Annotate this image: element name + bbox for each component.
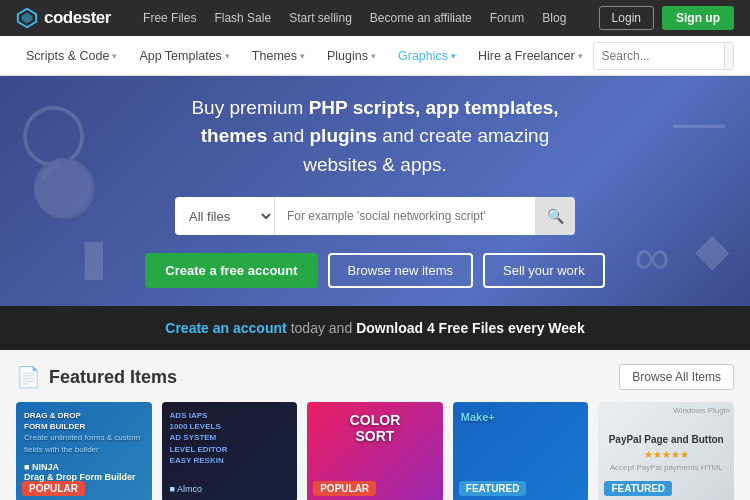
nav-themes[interactable]: Themes ▾ bbox=[242, 36, 315, 76]
featured-header: 📄 Featured Items Browse All Items bbox=[16, 364, 734, 390]
logo[interactable]: codester bbox=[16, 7, 111, 29]
featured-grid: DRAG & DROPFORM BUILDERCreate unlimited … bbox=[16, 402, 734, 500]
card-1-brand: ■ NINJADrag & Drop Form Builder bbox=[24, 462, 136, 482]
sec-nav-links: Scripts & Code ▾ App Templates ▾ Themes … bbox=[16, 36, 593, 76]
hero-search-button[interactable]: 🔍 bbox=[535, 197, 575, 235]
search-button[interactable]: 🔍 bbox=[724, 42, 734, 70]
hero-buttons: Create a free account Browse new items S… bbox=[145, 253, 604, 288]
featured-card-2[interactable]: ADS IAPS1000 LEVELSAD SYSTEMLEVEL EDITOR… bbox=[162, 402, 298, 500]
sell-work-button[interactable]: Sell your work bbox=[483, 253, 605, 288]
hero-section: ◯ ⚪ ⸻ ▮ ∞ ◆ Buy premium PHP scripts, app… bbox=[0, 76, 750, 306]
featured-badge-4: FEATURED bbox=[459, 481, 527, 496]
featured-section: 📄 Featured Items Browse All Items DRAG &… bbox=[0, 350, 750, 500]
file-type-select[interactable]: All files bbox=[175, 197, 275, 235]
search-input[interactable] bbox=[594, 49, 724, 63]
nav-hire-freelancer[interactable]: Hire a Freelancer ▾ bbox=[468, 36, 593, 76]
search-bar: 🔍 bbox=[593, 42, 734, 70]
cta-bold-text: Download 4 Free Files every Week bbox=[356, 320, 585, 336]
card-2-brand: ■ Almco bbox=[170, 484, 202, 494]
signup-button[interactable]: Sign up bbox=[662, 6, 734, 30]
popular-badge-1: POPULAR bbox=[22, 481, 85, 496]
chevron-down-icon: ▾ bbox=[225, 51, 230, 61]
hero-search-input[interactable] bbox=[275, 197, 535, 235]
cta-middle-text: today and bbox=[291, 320, 353, 336]
nav-affiliate[interactable]: Become an affiliate bbox=[370, 11, 472, 25]
nav-free-files[interactable]: Free Files bbox=[143, 11, 196, 25]
card-1-text: DRAG & DROPFORM BUILDERCreate unlimited … bbox=[24, 410, 140, 455]
nav-plugins[interactable]: Plugins ▾ bbox=[317, 36, 386, 76]
chevron-down-icon: ▾ bbox=[112, 51, 117, 61]
featured-card-3[interactable]: COLORSORT POPULAR bbox=[307, 402, 443, 500]
chevron-down-icon: ▾ bbox=[371, 51, 376, 61]
cta-link[interactable]: Create an account bbox=[165, 320, 286, 336]
browse-new-items-button[interactable]: Browse new items bbox=[328, 253, 473, 288]
card-5-title: PayPal Page and Button bbox=[609, 433, 724, 446]
hero-title: Buy premium PHP scripts, app templates, … bbox=[191, 94, 558, 180]
nav-app-templates[interactable]: App Templates ▾ bbox=[129, 36, 239, 76]
chevron-down-icon: ▾ bbox=[451, 51, 456, 61]
card-5-desc: Accept PayPal payments HTML bbox=[610, 463, 723, 472]
logo-icon bbox=[16, 7, 38, 29]
featured-title: 📄 Featured Items bbox=[16, 365, 177, 389]
infinity-icon: ∞ bbox=[634, 228, 670, 286]
featured-card-1[interactable]: DRAG & DROPFORM BUILDERCreate unlimited … bbox=[16, 402, 152, 500]
login-button[interactable]: Login bbox=[599, 6, 654, 30]
card-2-text: ADS IAPS1000 LEVELSAD SYSTEMLEVEL EDITOR… bbox=[170, 410, 228, 466]
nav-blog[interactable]: Blog bbox=[542, 11, 566, 25]
logo-text: codester bbox=[44, 8, 111, 28]
card-3-title: COLORSORT bbox=[350, 412, 401, 444]
nav-flash-sale[interactable]: Flash Sale bbox=[214, 11, 271, 25]
popular-badge-3: POPULAR bbox=[313, 481, 376, 496]
featured-badge-5: FEATURED bbox=[604, 481, 672, 496]
nav-scripts[interactable]: Scripts & Code ▾ bbox=[16, 36, 127, 76]
m-icon: ◆ bbox=[695, 223, 730, 276]
hero-search-row: All files 🔍 bbox=[175, 197, 575, 235]
top-nav-links: Free Files Flash Sale Start selling Beco… bbox=[143, 11, 566, 25]
top-nav: codester Free Files Flash Sale Start sel… bbox=[0, 0, 750, 36]
card-5-stars: ★★★★★ bbox=[644, 449, 689, 460]
card-4-text: Make+ bbox=[461, 410, 495, 425]
html5-icon: ⸻ bbox=[670, 91, 725, 155]
cta-bar: Create an account today and Download 4 F… bbox=[0, 306, 750, 350]
js-icon: ▮ bbox=[80, 228, 108, 286]
featured-card-4[interactable]: Make+ FEATURED bbox=[453, 402, 589, 500]
document-icon: 📄 bbox=[16, 365, 41, 389]
top-nav-actions: Login Sign up bbox=[599, 6, 734, 30]
browse-all-button[interactable]: Browse All Items bbox=[619, 364, 734, 390]
chevron-down-icon: ▾ bbox=[300, 51, 305, 61]
wordpress-icon: ⚪ bbox=[30, 156, 99, 221]
create-account-button[interactable]: Create a free account bbox=[145, 253, 317, 288]
nav-start-selling[interactable]: Start selling bbox=[289, 11, 352, 25]
featured-card-5[interactable]: Windows Plugin PayPal Page and Button ★★… bbox=[598, 402, 734, 500]
secondary-nav: Scripts & Code ▾ App Templates ▾ Themes … bbox=[0, 36, 750, 76]
svg-marker-1 bbox=[22, 13, 33, 24]
nav-graphics[interactable]: Graphics ▾ bbox=[388, 36, 466, 76]
nav-forum[interactable]: Forum bbox=[490, 11, 525, 25]
chevron-down-icon: ▾ bbox=[578, 51, 583, 61]
